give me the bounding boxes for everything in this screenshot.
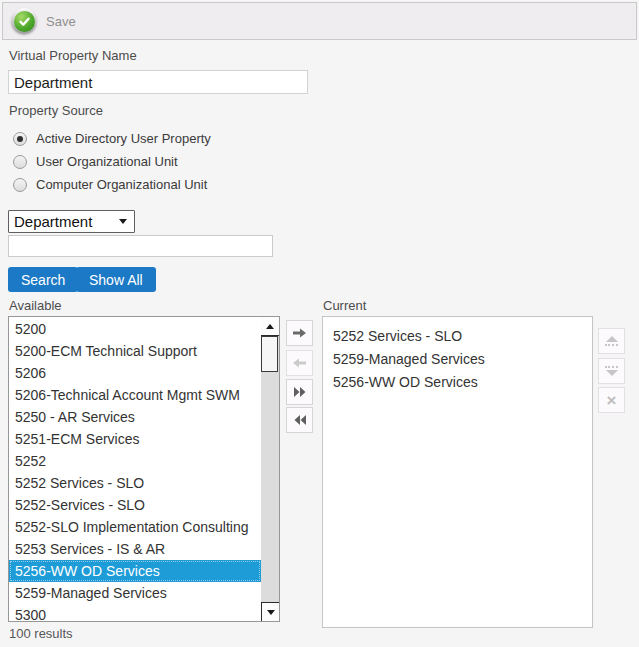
property-select[interactable]: Department	[8, 210, 135, 233]
save-button-label: Save	[46, 14, 76, 29]
move-up-button[interactable]	[598, 328, 625, 354]
scrollbar-thumb[interactable]	[261, 336, 278, 372]
arrow-up-dotted-icon	[606, 336, 618, 342]
available-list[interactable]: 52005200-ECM Technical Support52065206-T…	[8, 316, 280, 622]
triangle-down-icon	[267, 610, 275, 615]
list-item[interactable]: 5200	[9, 318, 261, 340]
remove-button[interactable]: ×	[598, 387, 625, 413]
list-item[interactable]: 5256-WW OD Services	[323, 371, 592, 394]
property-source-radio-group: Active Directory User Property User Orga…	[13, 127, 211, 196]
search-button[interactable]: Search	[8, 267, 78, 292]
property-source-label: Property Source	[9, 103, 103, 118]
list-item[interactable]: 5251-ECM Services	[9, 428, 261, 450]
results-count: 100 results	[9, 626, 73, 641]
property-select-value: Department	[14, 213, 92, 230]
move-all-left-button[interactable]	[286, 407, 313, 433]
x-icon: ×	[607, 392, 617, 409]
filter-input[interactable]	[8, 235, 273, 257]
current-label: Current	[323, 298, 366, 313]
arrow-right-icon	[292, 326, 307, 340]
current-list-rows: 5252 Services - SLO5259-Managed Services…	[323, 325, 592, 394]
radio-active-directory-user-property[interactable]: Active Directory User Property	[13, 127, 211, 150]
move-right-button[interactable]	[286, 320, 313, 346]
available-scrollbar[interactable]	[261, 317, 279, 621]
double-arrow-left-icon	[293, 414, 307, 426]
list-item[interactable]: 5259-Managed Services	[323, 348, 592, 371]
virtual-property-name-input[interactable]	[8, 70, 308, 94]
toolbar: Save	[2, 2, 637, 40]
list-item[interactable]: 5206	[9, 362, 261, 384]
available-label: Available	[9, 298, 62, 313]
available-list-rows: 52005200-ECM Technical Support52065206-T…	[9, 318, 261, 622]
show-all-button[interactable]: Show All	[76, 267, 156, 292]
list-item[interactable]: 5300	[9, 604, 261, 622]
scroll-up-button[interactable]	[261, 317, 279, 336]
move-all-right-button[interactable]	[286, 379, 313, 405]
double-arrow-right-icon	[293, 386, 307, 398]
list-item[interactable]: 5206-Technical Account Mgmt SWM	[9, 384, 261, 406]
list-item[interactable]: 5252-SLO Implementation Consulting	[9, 516, 261, 538]
move-left-button[interactable]	[286, 350, 313, 376]
current-list[interactable]: 5252 Services - SLO5259-Managed Services…	[322, 316, 593, 628]
list-item[interactable]: 5252 Services - SLO	[323, 325, 592, 348]
radio-button-icon[interactable]	[13, 178, 27, 192]
triangle-up-icon	[266, 324, 274, 329]
radio-button-icon[interactable]	[13, 132, 27, 146]
scroll-down-button[interactable]	[261, 602, 279, 621]
save-check-icon	[11, 8, 37, 34]
list-item[interactable]: 5252	[9, 450, 261, 472]
chevron-down-icon	[119, 219, 127, 224]
list-item[interactable]: 5253 Services - IS & AR	[9, 538, 261, 560]
list-item[interactable]: 5256-WW OD Services	[9, 560, 261, 582]
arrow-down-dotted-icon	[606, 370, 618, 376]
radio-button-icon[interactable]	[13, 155, 27, 169]
list-item[interactable]: 5252-Services - SLO	[9, 494, 261, 516]
list-item[interactable]: 5250 - AR Services	[9, 406, 261, 428]
save-button[interactable]: Save	[3, 8, 76, 34]
arrow-left-icon	[292, 356, 307, 370]
list-item[interactable]: 5252 Services - SLO	[9, 472, 261, 494]
move-down-button[interactable]	[598, 358, 625, 384]
radio-computer-organizational-unit[interactable]: Computer Organizational Unit	[13, 173, 211, 196]
virtual-property-name-label: Virtual Property Name	[9, 48, 137, 63]
list-item[interactable]: 5259-Managed Services	[9, 582, 261, 604]
list-item[interactable]: 5200-ECM Technical Support	[9, 340, 261, 362]
radio-user-organizational-unit[interactable]: User Organizational Unit	[13, 150, 211, 173]
